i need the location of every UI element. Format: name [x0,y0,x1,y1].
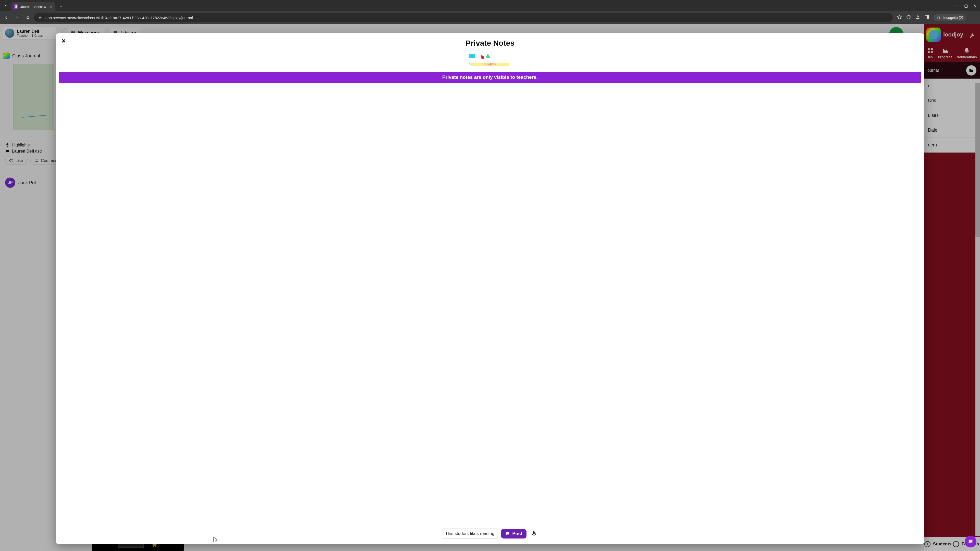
modal-body [56,83,924,524]
post-button[interactable]: Post [501,529,526,538]
incognito-chip[interactable]: Incognito (2) [934,14,966,21]
modal-banner: Private notes are only visible to teache… [59,72,921,83]
url-text: app.seesaw.me/#/class/class.e01bf4c2-9a2… [45,16,193,20]
post-button-label: Post [512,531,522,537]
modal-footer: Post [56,524,924,545]
nav-reload-button[interactable] [24,13,32,22]
downloads-icon[interactable] [915,14,920,21]
browser-titlebar: S Journal - Seesaw ✕ + — ▢ ✕ [0,0,980,11]
tab-favicon-icon: S [14,4,18,9]
browser-toolbar: app.seesaw.me/#/class/class.e01bf4c2-9a2… [0,11,980,24]
window-minimize-icon[interactable]: — [955,3,959,8]
microphone-icon [531,531,537,537]
browser-tab[interactable]: S Journal - Seesaw ✕ [11,2,55,11]
address-bar[interactable]: app.seesaw.me/#/class/class.e01bf4c2-9a2… [34,13,893,22]
svg-rect-1 [927,15,929,19]
microphone-button[interactable] [530,529,538,538]
tab-search-dropdown[interactable] [0,0,11,11]
chat-bubble-icon [505,531,510,536]
nav-back-button[interactable] [2,13,11,22]
modal-close-button[interactable]: ✕ [60,37,67,45]
app-viewport: Lauren Deli Teacher - 1 Class Class Jour… [0,24,980,551]
help-chat-fab[interactable] [965,536,977,548]
browser-menu-icon[interactable]: ⋮ [970,15,978,21]
window-maximize-icon[interactable]: ▢ [964,3,968,8]
tab-close-icon[interactable]: ✕ [49,5,52,9]
incognito-label: Incognito (2) [943,16,963,20]
extensions-icon[interactable] [906,14,911,21]
private-notes-modal: ✕ Private Notes → shapes Private notes a… [56,33,924,545]
new-tab-button[interactable]: + [57,3,65,10]
chat-icon [968,539,974,545]
side-panel-icon[interactable] [924,14,929,21]
modal-title: Private Notes [56,39,924,48]
note-thumbnail: → shapes [468,53,512,67]
note-input[interactable] [442,529,498,539]
window-close-icon[interactable]: ✕ [973,3,977,8]
tab-title: Journal - Seesaw [21,5,46,9]
window-controls: — ▢ ✕ [955,3,980,8]
site-info-icon[interactable] [37,15,43,21]
bookmark-star-icon[interactable] [897,14,902,21]
nav-forward-button[interactable] [13,13,21,22]
